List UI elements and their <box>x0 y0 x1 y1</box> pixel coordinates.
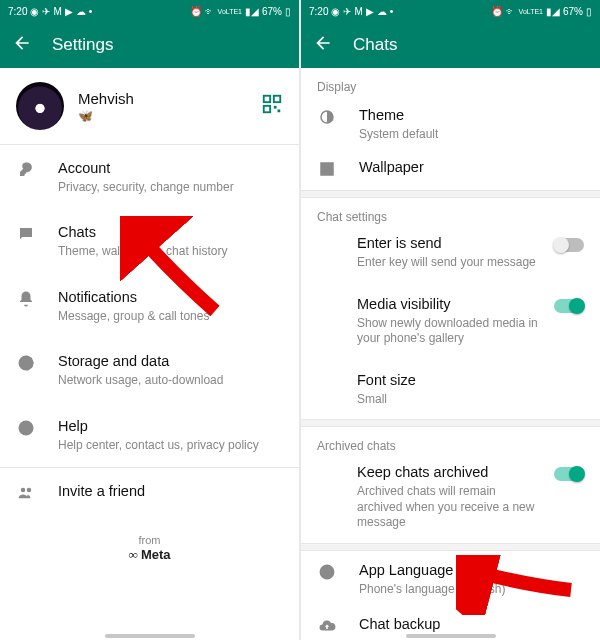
item-title: Help <box>58 417 283 436</box>
chats-item-media-visibility[interactable]: Media visibilityShow newly downloaded me… <box>301 283 600 359</box>
whatsapp-icon: ◉ <box>30 6 39 17</box>
battery-text: 67% <box>262 6 282 17</box>
settings-item-storage[interactable]: Storage and dataNetwork usage, auto-down… <box>0 338 299 402</box>
data-icon <box>16 354 36 372</box>
section-chat-settings: Chat settings <box>301 198 600 230</box>
battery-icon: ▯ <box>285 6 291 17</box>
settings-screen: 7:20 ◉ ✈ M ▶ ☁ • ⏰ ᯤ VoLTE1 ▮◢ 67% ▯ Set… <box>0 0 299 640</box>
chats-item-app-language[interactable]: App LanguagePhone's language (English) <box>301 551 600 607</box>
alarm-icon: ⏰ <box>190 6 202 17</box>
section-display: Display <box>301 68 600 100</box>
settings-item-notifications[interactable]: NotificationsMessage, group & call tones <box>0 274 299 338</box>
back-icon[interactable] <box>313 33 333 57</box>
item-sub: Help center, contact us, privacy policy <box>58 438 283 454</box>
profile-row[interactable]: Mehvish 🦋 <box>0 68 299 144</box>
cloud-upload-icon <box>317 617 337 635</box>
key-icon <box>16 161 36 179</box>
chats-item-keep-archived[interactable]: Keep chats archivedArchived chats will r… <box>301 459 600 543</box>
item-sub: Privacy, security, change number <box>58 180 283 196</box>
item-title: Account <box>58 159 283 178</box>
nav-handle <box>105 634 195 638</box>
section-archived: Archived chats <box>301 427 600 459</box>
chats-item-enter-send[interactable]: Enter is sendEnter key will send your me… <box>301 230 600 282</box>
status-bar: 7:20 ◉ ✈ M ▶ ☁ • ⏰ ᯤ VoLTE1 ▮◢ 67% ▯ <box>0 0 299 22</box>
avatar <box>16 82 64 130</box>
app-bar: Settings <box>0 22 299 68</box>
settings-item-account[interactable]: AccountPrivacy, security, change number <box>0 145 299 209</box>
item-sub: Theme, wallpapers, chat history <box>58 244 283 260</box>
item-title: Chats <box>58 223 283 242</box>
globe-icon <box>317 563 337 581</box>
status-time: 7:20 <box>309 6 328 17</box>
svg-rect-0 <box>264 95 270 101</box>
toggle-enter-send[interactable] <box>554 238 584 252</box>
mail-icon: M <box>53 6 61 17</box>
profile-name: Mehvish <box>78 90 247 107</box>
item-title: Invite a friend <box>58 482 283 501</box>
telegram-icon: ✈ <box>42 6 50 17</box>
page-title: Settings <box>52 35 113 55</box>
chats-settings-screen: 7:20 ◉✈M▶☁• ⏰ᯤ VoLTE1 ▮◢ 67%▯ Chats Disp… <box>301 0 600 640</box>
svg-rect-1 <box>274 95 280 101</box>
youtube-icon: ▶ <box>65 6 73 17</box>
nav-handle <box>406 634 496 638</box>
bell-icon <box>16 290 36 308</box>
chat-icon <box>16 225 36 243</box>
item-title: Notifications <box>58 288 283 307</box>
svg-rect-4 <box>278 109 281 112</box>
chats-item-wallpaper[interactable]: Wallpaper <box>301 152 600 190</box>
svg-rect-3 <box>274 105 277 108</box>
item-title: Storage and data <box>58 352 283 371</box>
people-icon <box>16 484 36 502</box>
chats-item-theme[interactable]: ThemeSystem default <box>301 100 600 152</box>
toggle-media-visibility[interactable] <box>554 299 584 313</box>
svg-point-8 <box>21 488 26 493</box>
cloud-icon: ☁ <box>76 6 86 17</box>
chats-item-font-size[interactable]: Font sizeSmall <box>301 359 600 419</box>
help-icon <box>16 419 36 437</box>
meta-brand: ∞ Meta <box>0 547 299 563</box>
status-bar: 7:20 ◉✈M▶☁• ⏰ᯤ VoLTE1 ▮◢ 67%▯ <box>301 0 600 22</box>
theme-icon <box>317 108 337 126</box>
toggle-keep-archived[interactable] <box>554 467 584 481</box>
wallpaper-icon <box>317 160 337 178</box>
page-title: Chats <box>353 35 397 55</box>
settings-item-chats[interactable]: ChatsTheme, wallpapers, chat history <box>0 209 299 273</box>
volte-icon: VoLTE1 <box>218 8 242 15</box>
svg-rect-2 <box>264 105 270 111</box>
svg-point-7 <box>25 431 27 433</box>
svg-rect-10 <box>321 163 333 175</box>
back-icon[interactable] <box>12 33 32 57</box>
from-label: from <box>0 534 299 546</box>
profile-status: 🦋 <box>78 109 247 123</box>
settings-item-invite[interactable]: Invite a friend <box>0 468 299 516</box>
settings-item-help[interactable]: HelpHelp center, contact us, privacy pol… <box>0 403 299 467</box>
svg-point-9 <box>27 488 32 493</box>
wifi-icon: ᯤ <box>205 6 215 17</box>
item-sub: Network usage, auto-download <box>58 373 283 389</box>
item-sub: Message, group & call tones <box>58 309 283 325</box>
qr-icon[interactable] <box>261 93 283 120</box>
app-bar: Chats <box>301 22 600 68</box>
status-time: 7:20 <box>8 6 27 17</box>
signal-icon: ▮◢ <box>245 6 259 17</box>
